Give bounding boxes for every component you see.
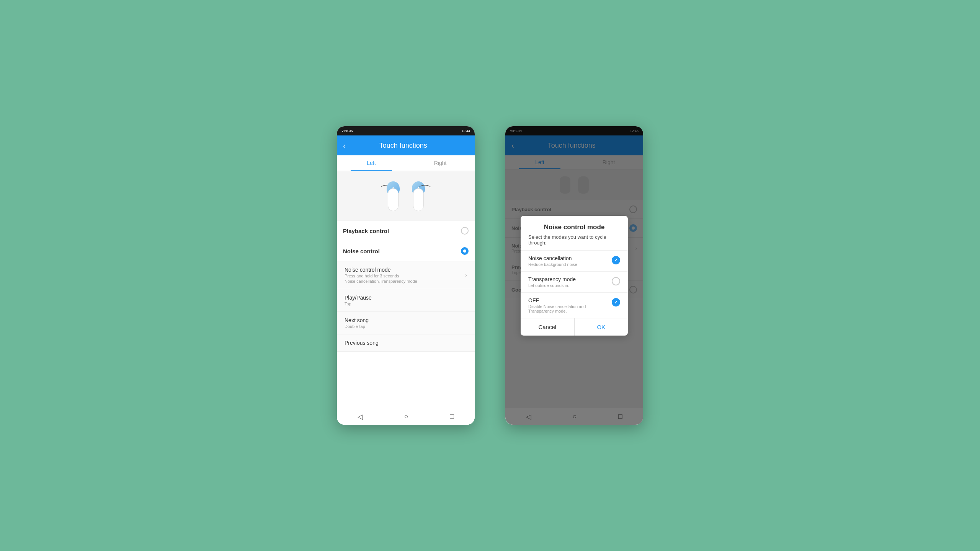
- phone-1: VIRGIN 12:44 ‹ Touch functions Left Righ…: [337, 126, 475, 425]
- ok-button[interactable]: OK: [575, 318, 628, 336]
- next-song-label: Next song: [345, 317, 369, 323]
- next-song-desc: Double-tap: [345, 324, 369, 329]
- noise-cancellation-check[interactable]: [612, 256, 620, 264]
- noise-mode-desc2: Noise cancellation,Transparency mode: [345, 279, 417, 284]
- right-earbud: ⌒: [409, 181, 428, 211]
- previous-song-label: Previous song: [345, 340, 379, 346]
- time-1: 12:44: [461, 129, 470, 133]
- off-label: OFF: [528, 297, 609, 303]
- playback-label: Playback control: [343, 228, 461, 234]
- cancel-button[interactable]: Cancel: [521, 318, 574, 336]
- noise-mode-desc1: Press and hold for 3 seconds: [345, 274, 417, 278]
- earbud-arc-right: ⌒: [418, 184, 432, 198]
- earbuds-image-1: ⌒ ⌒: [337, 171, 475, 221]
- sub-settings: Noise control mode Press and hold for 3 …: [337, 261, 475, 352]
- nav-home-1[interactable]: ○: [401, 409, 412, 424]
- page-title-1: Touch functions: [350, 142, 456, 150]
- transparency-desc: Let outside sounds in.: [528, 283, 609, 288]
- noise-control-radio[interactable]: [461, 247, 469, 255]
- noise-mode-chevron: ›: [465, 272, 467, 278]
- dialog-actions: Cancel OK: [521, 318, 628, 336]
- off-check[interactable]: [612, 298, 620, 306]
- noise-control-row[interactable]: Noise control: [337, 241, 475, 261]
- transparency-label: Transparency mode: [528, 276, 609, 282]
- app-header-1: ‹ Touch functions: [337, 135, 475, 155]
- left-earbud: ⌒: [384, 181, 403, 211]
- dialog-option-noise-cancellation[interactable]: Noise cancellation Reduce background noi…: [521, 250, 628, 271]
- carrier-1: VIRGIN: [341, 129, 353, 133]
- playback-radio[interactable]: [461, 227, 469, 235]
- dialog-option-transparency[interactable]: Transparency mode Let outside sounds in.: [521, 271, 628, 292]
- tabs-1: Left Right: [337, 155, 475, 171]
- dialog-title: Noise control mode: [521, 216, 628, 234]
- dialog-option-off[interactable]: OFF Disable Noise cancellation and Trans…: [521, 292, 628, 318]
- content-1: Playback control Noise control Noise con…: [337, 221, 475, 408]
- playback-control-row[interactable]: Playback control: [337, 221, 475, 241]
- next-song-row[interactable]: Next song Double-tap: [337, 312, 475, 334]
- phone-2: VIRGIN 12:45 ‹ Touch functions Left Righ…: [505, 126, 643, 425]
- back-button-1[interactable]: ‹: [343, 141, 346, 150]
- nav-back-1[interactable]: ◁: [354, 409, 366, 424]
- nav-bar-1: ◁ ○ □: [337, 408, 475, 425]
- dialog-overlay: Noise control mode Select the modes you …: [505, 126, 643, 425]
- previous-song-row[interactable]: Previous song: [337, 334, 475, 352]
- noise-mode-label: Noise control mode: [345, 267, 417, 273]
- noise-control-dialog: Noise control mode Select the modes you …: [521, 216, 628, 336]
- transparency-check[interactable]: [612, 277, 620, 285]
- play-pause-row[interactable]: Play/Pause Tap: [337, 289, 475, 312]
- dialog-subtitle: Select the modes you want to cycle throu…: [521, 234, 628, 250]
- tab-right-1[interactable]: Right: [406, 155, 475, 171]
- off-desc: Disable Noise cancellation and Transpare…: [528, 304, 609, 313]
- noise-cancellation-label: Noise cancellation: [528, 255, 609, 261]
- noise-control-mode-row[interactable]: Noise control mode Press and hold for 3 …: [337, 261, 475, 289]
- play-pause-desc: Tap: [345, 302, 372, 306]
- status-bar-1: VIRGIN 12:44: [337, 126, 475, 135]
- earbud-body-left: [388, 188, 399, 211]
- play-pause-label: Play/Pause: [345, 295, 372, 301]
- nav-recent-1[interactable]: □: [447, 409, 457, 424]
- noise-control-label: Noise control: [343, 248, 461, 254]
- tab-left-1[interactable]: Left: [337, 155, 406, 171]
- noise-cancellation-desc: Reduce background noise: [528, 262, 609, 267]
- settings-section-1: Playback control Noise control Noise con…: [337, 221, 475, 352]
